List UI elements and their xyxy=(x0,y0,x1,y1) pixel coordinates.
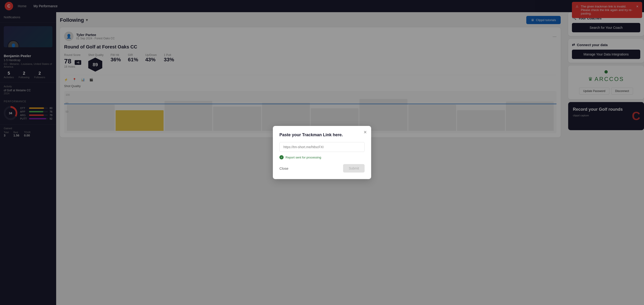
modal-submit-button[interactable]: Submit xyxy=(343,164,364,172)
modal-title: Paste your Trackman Link here. xyxy=(280,132,364,138)
modal-overlay: Paste your Trackman Link here. ✕ ✓ Repor… xyxy=(0,0,644,305)
modal-close-x-button[interactable]: ✕ xyxy=(364,130,367,135)
modal-close-button[interactable]: Close xyxy=(280,166,288,170)
success-check-icon: ✓ xyxy=(280,155,284,160)
success-text: Report sent for processing xyxy=(286,156,321,159)
modal-actions: Close Submit xyxy=(280,164,364,172)
trackman-link-input[interactable] xyxy=(280,142,364,152)
success-message: ✓ Report sent for processing xyxy=(280,155,364,160)
trackman-modal: Paste your Trackman Link here. ✕ ✓ Repor… xyxy=(273,126,371,179)
